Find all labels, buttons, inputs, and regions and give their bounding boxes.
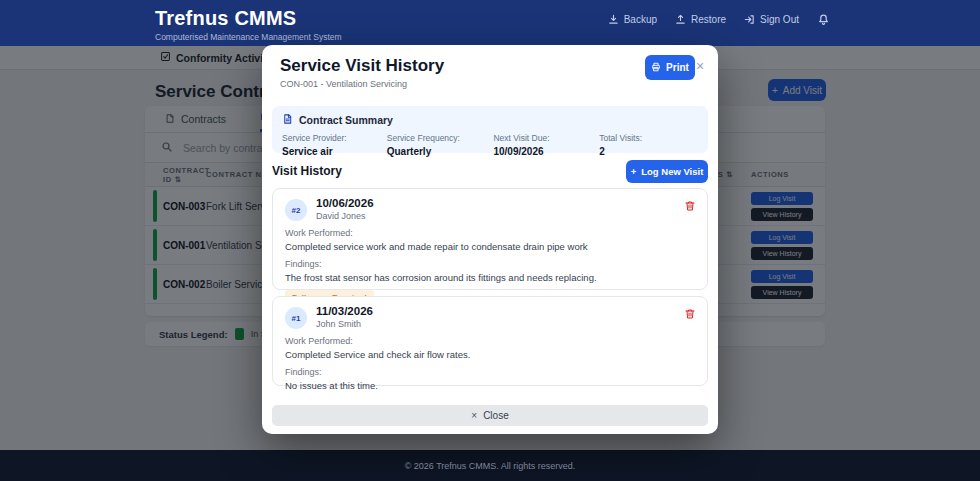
backup-label: Backup — [624, 14, 657, 25]
visit-history-header: Visit History + Log New Visit — [272, 159, 708, 183]
download-icon — [608, 14, 619, 25]
visit-technician: John Smith — [316, 319, 373, 329]
visit-number-badge: #2 — [285, 199, 307, 221]
print-label: Print — [666, 62, 689, 73]
notifications-button[interactable] — [817, 13, 830, 26]
work-performed-label: Work Performed: — [285, 336, 695, 346]
summary-field-total-visits: Total Visits: 2 — [599, 133, 698, 157]
summary-field-provider: Service Provider: Service air — [282, 133, 387, 157]
backup-button[interactable]: Backup — [608, 14, 657, 25]
print-button[interactable]: Print — [645, 55, 695, 80]
restore-label: Restore — [691, 14, 726, 25]
restore-button[interactable]: Restore — [675, 14, 726, 25]
app-title: Trefnus CMMS — [155, 7, 342, 30]
work-performed-text: Completed Service and check air flow rat… — [285, 349, 695, 360]
field-value: 10/09/2026 — [493, 146, 599, 157]
app-subtitle: Computerised Maintenance Management Syst… — [155, 32, 342, 42]
modal-close-button[interactable]: × Close — [272, 405, 708, 426]
field-value: 2 — [599, 146, 698, 157]
findings-text: The frost stat sensor has corrosion arou… — [285, 272, 695, 283]
sign-out-icon — [744, 14, 755, 25]
visit-number-badge: #1 — [285, 307, 307, 329]
sign-out-button[interactable]: Sign Out — [744, 14, 799, 25]
summary-field-frequency: Service Frequency: Quarterly — [387, 133, 494, 157]
field-label: Total Visits: — [599, 133, 698, 143]
trash-icon[interactable] — [684, 306, 696, 324]
work-performed-label: Work Performed: — [285, 228, 695, 238]
sign-out-label: Sign Out — [760, 14, 799, 25]
page-footer: © 2026 Trefnus CMMS. All rights reserved… — [0, 450, 980, 481]
app-root: Trefnus CMMS Computerised Maintenance Ma… — [0, 0, 980, 481]
visit-date: 11/03/2026 — [316, 305, 373, 317]
contract-summary-box: Contract Summary Service Provider: Servi… — [272, 106, 708, 153]
bell-icon — [817, 13, 830, 26]
modal-title: Service Visit History — [280, 56, 444, 76]
close-x-icon: × — [471, 410, 477, 421]
contract-summary-title: Contract Summary — [299, 114, 393, 126]
findings-label: Findings: — [285, 367, 695, 377]
trash-icon[interactable] — [684, 198, 696, 216]
visit-card: #1 11/03/2026 John Smith Work Performed:… — [272, 296, 708, 386]
plus-icon: + — [631, 166, 637, 177]
visit-meta: 11/03/2026 John Smith — [316, 305, 373, 329]
findings-text: No issues at this time. — [285, 380, 695, 391]
contract-summary-fields: Service Provider: Service air Service Fr… — [282, 133, 698, 157]
printer-icon — [651, 62, 661, 74]
visit-card: #2 10/06/2026 David Jones Work Performed… — [272, 188, 708, 290]
visit-meta: 10/06/2026 David Jones — [316, 197, 374, 221]
log-new-visit-button[interactable]: + Log New Visit — [626, 160, 708, 183]
log-new-visit-label: Log New Visit — [641, 166, 703, 177]
visit-header: #2 10/06/2026 David Jones — [285, 197, 695, 221]
modal-subtitle: CON-001 - Ventilation Servicing — [280, 79, 407, 89]
close-icon[interactable]: × — [696, 59, 704, 73]
field-value: Service air — [282, 146, 387, 157]
contract-summary-header: Contract Summary — [282, 113, 698, 127]
copyright-text: © 2026 Trefnus CMMS. All rights reserved… — [405, 461, 576, 471]
work-performed-text: Completed service work and made repair t… — [285, 241, 695, 252]
modal-close-label: Close — [483, 410, 509, 421]
field-label: Service Frequency: — [387, 133, 494, 143]
visit-technician: David Jones — [316, 211, 374, 221]
visit-date: 10/06/2026 — [316, 197, 374, 209]
field-label: Service Provider: — [282, 133, 387, 143]
field-value: Quarterly — [387, 146, 494, 157]
visit-history-title: Visit History — [272, 164, 342, 178]
findings-label: Findings: — [285, 259, 695, 269]
upload-icon — [675, 14, 686, 25]
summary-field-next-due: Next Visit Due: 10/09/2026 — [493, 133, 599, 157]
header-actions: Backup Restore Sign Out — [608, 13, 830, 26]
document-icon — [282, 113, 293, 127]
service-visit-history-modal: Service Visit History CON-001 - Ventilat… — [262, 45, 718, 434]
field-label: Next Visit Due: — [493, 133, 599, 143]
app-header: Trefnus CMMS Computerised Maintenance Ma… — [0, 0, 980, 46]
brand-block: Trefnus CMMS Computerised Maintenance Ma… — [155, 7, 342, 42]
visit-header: #1 11/03/2026 John Smith — [285, 305, 695, 329]
